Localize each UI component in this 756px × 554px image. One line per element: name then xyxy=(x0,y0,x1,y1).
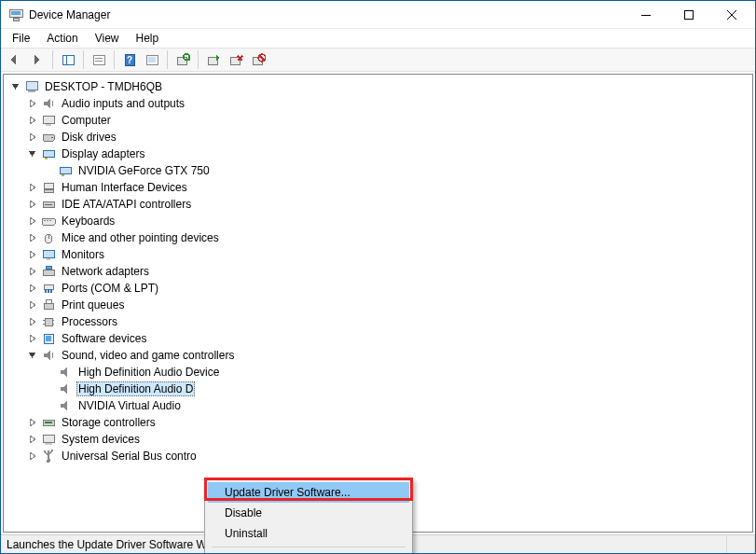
tree-node[interactable]: Display adapters xyxy=(9,145,752,162)
properties-button[interactable] xyxy=(89,49,109,70)
tree-node[interactable]: Ports (COM & LPT) xyxy=(9,280,752,297)
tree-label: High Definition Audio Device xyxy=(76,366,221,379)
tree-node[interactable]: Disk drives xyxy=(9,129,752,145)
svg-rect-15 xyxy=(148,57,156,62)
window-controls xyxy=(625,1,753,29)
cpu-icon xyxy=(41,314,56,329)
tree-label: Storage controllers xyxy=(60,416,158,429)
caret-right-icon[interactable] xyxy=(26,181,39,194)
titlebar: Device Manager xyxy=(1,1,755,29)
tree-label: Monitors xyxy=(60,248,106,261)
tree-node-selected[interactable]: · High Definition Audio D xyxy=(9,381,752,397)
caret-right-icon[interactable] xyxy=(26,282,39,295)
keyboard-icon xyxy=(41,214,56,229)
forward-button[interactable] xyxy=(27,49,48,70)
update-driver-button[interactable] xyxy=(203,49,224,70)
caret-right-icon[interactable] xyxy=(26,248,39,261)
tree-label: Disk drives xyxy=(60,131,118,144)
disable-button[interactable] xyxy=(248,49,268,70)
caret-right-icon[interactable] xyxy=(26,315,39,328)
tree-node[interactable]: Sound, video and game controllers xyxy=(9,347,752,364)
tree-node[interactable]: Storage controllers xyxy=(9,414,752,431)
tree-node[interactable]: · NVIDIA Virtual Audio xyxy=(9,397,752,414)
tree-node[interactable]: Keyboards xyxy=(9,213,752,229)
tree-node[interactable]: Print queues xyxy=(9,297,752,313)
caret-right-icon[interactable] xyxy=(26,298,39,312)
caret-right-icon[interactable] xyxy=(26,231,39,244)
tree-label: IDE ATA/ATAPI controllers xyxy=(60,198,193,211)
tree-root-node[interactable]: DESKTOP - TMDH6QB xyxy=(9,78,752,95)
ctx-uninstall[interactable]: Uninstall xyxy=(208,523,409,544)
caret-right-icon[interactable] xyxy=(26,114,39,127)
tree-node[interactable]: Processors xyxy=(9,313,752,330)
tree-node[interactable]: · NVIDIA GeForce GTX 750 xyxy=(9,162,752,179)
tree-node[interactable]: Human Interface Devices xyxy=(9,179,752,196)
software-device-icon xyxy=(41,331,56,346)
tree-node[interactable]: Computer xyxy=(9,112,752,129)
toolbar-separator xyxy=(167,50,168,69)
tree-label: Universal Serial Bus contro xyxy=(60,450,199,463)
tree-node[interactable]: Software devices xyxy=(9,330,752,347)
svg-rect-46 xyxy=(43,250,54,257)
menu-view[interactable]: View xyxy=(88,31,127,46)
caret-right-icon[interactable] xyxy=(26,97,39,110)
show-hide-tree-button[interactable] xyxy=(58,49,78,70)
caret-right-icon[interactable] xyxy=(26,450,39,463)
caret-right-icon[interactable] xyxy=(26,215,39,228)
back-button[interactable] xyxy=(5,49,25,70)
tree-label: DESKTOP - TMDH6QB xyxy=(43,80,164,93)
tree-node[interactable]: Universal Serial Bus contro xyxy=(9,448,752,464)
ctx-separator xyxy=(212,547,405,547)
svg-rect-62 xyxy=(46,336,51,341)
svg-rect-33 xyxy=(45,158,48,159)
help-button[interactable]: ? xyxy=(119,49,140,70)
ctx-disable[interactable]: Disable xyxy=(208,503,409,523)
svg-rect-16 xyxy=(177,57,186,64)
caret-down-icon[interactable] xyxy=(26,147,39,160)
tree-node[interactable]: Mice and other pointing devices xyxy=(9,229,752,246)
caret-right-icon[interactable] xyxy=(26,265,39,278)
svg-rect-40 xyxy=(42,218,55,225)
tree-label: Network adapters xyxy=(60,265,151,278)
device-tree[interactable]: DESKTOP - TMDH6QB Audio inputs and outpu… xyxy=(3,74,753,533)
uninstall-button[interactable] xyxy=(226,49,246,70)
tree-node[interactable]: Audio inputs and outputs xyxy=(9,95,752,112)
tree-node[interactable]: Monitors xyxy=(9,246,752,263)
tree-label: NVIDIA Virtual Audio xyxy=(76,399,183,412)
menu-help[interactable]: Help xyxy=(129,31,167,46)
printer-icon xyxy=(41,298,56,312)
close-button[interactable] xyxy=(710,1,753,29)
tree-node[interactable]: Network adapters xyxy=(9,263,752,280)
svg-rect-50 xyxy=(44,284,53,289)
device-manager-icon xyxy=(8,7,23,22)
caret-right-icon[interactable] xyxy=(26,416,39,429)
toolbar: ? xyxy=(1,48,755,72)
minimize-button[interactable] xyxy=(625,1,667,29)
svg-rect-26 xyxy=(26,81,37,90)
caret-down-icon[interactable] xyxy=(9,80,22,93)
ctx-item-label: Disable xyxy=(225,506,262,519)
action-button[interactable] xyxy=(142,49,162,70)
toolbar-separator xyxy=(52,50,53,69)
svg-rect-66 xyxy=(45,443,52,445)
scan-hardware-button[interactable] xyxy=(172,49,193,70)
ctx-scan-hardware[interactable]: Scan for hardware changes xyxy=(208,550,409,554)
svg-rect-9 xyxy=(93,55,104,64)
display-adapter-icon xyxy=(58,163,73,178)
tree-node[interactable]: · High Definition Audio Device xyxy=(9,364,752,381)
caret-right-icon[interactable] xyxy=(26,198,39,211)
menu-action[interactable]: Action xyxy=(39,31,85,46)
tree-node[interactable]: System devices xyxy=(9,431,752,448)
tree-node[interactable]: IDE ATA/ATAPI controllers xyxy=(9,196,752,213)
svg-point-72 xyxy=(51,450,54,452)
caret-right-icon[interactable] xyxy=(26,131,39,144)
menu-file[interactable]: File xyxy=(5,31,37,46)
svg-point-67 xyxy=(47,459,50,463)
caret-right-icon[interactable] xyxy=(26,332,39,345)
caret-down-icon[interactable] xyxy=(26,349,39,362)
maximize-button[interactable] xyxy=(667,1,710,29)
port-icon xyxy=(41,281,56,296)
ctx-update-driver[interactable]: Update Driver Software... xyxy=(208,482,409,503)
caret-right-icon[interactable] xyxy=(26,433,39,446)
speaker-icon xyxy=(58,381,73,396)
